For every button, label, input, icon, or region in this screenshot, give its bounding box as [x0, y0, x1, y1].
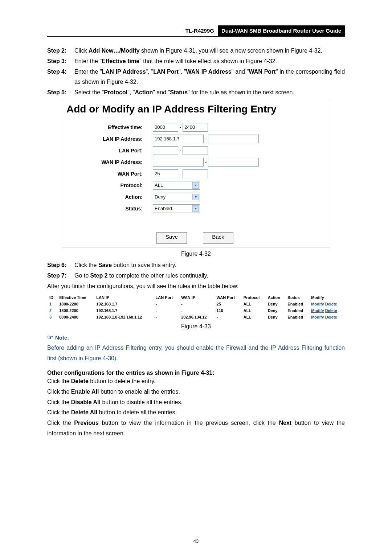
delete-link[interactable]: Delete [325, 302, 337, 306]
save-button[interactable]: Save [156, 232, 187, 244]
form-figure: Add or Modify an IP Address Filtering En… [62, 101, 330, 248]
cell-lan-ip: 192.168.1.7 [94, 307, 153, 314]
step-2-label: Step 2: [47, 46, 71, 56]
cell-time: 1800-2200 [57, 307, 94, 314]
lan-ip-from-input[interactable]: 192.168.1.7 [153, 135, 204, 143]
text: button to view the information in the pr… [99, 420, 279, 426]
text: button to save this entry. [112, 262, 176, 268]
protocol-value: ALL [155, 181, 163, 189]
label-lan-port: LAN Port: [69, 148, 153, 153]
text: button to disable all the entries. [101, 399, 183, 405]
text: to complete the other rules continually. [108, 272, 208, 279]
text-bold: Add New…/Modify [89, 48, 139, 54]
text: Click [74, 48, 89, 54]
cell-action: Deny [266, 307, 286, 314]
text: button to delete all the entries. [97, 409, 177, 415]
step-6-label: Step 6: [47, 260, 71, 271]
cell-wan-port: 25 [215, 301, 241, 307]
step-5-label: Step 5: [47, 87, 71, 98]
row-status: Status: Enabled ▾ [62, 203, 330, 214]
dash: - [180, 148, 181, 153]
row-wan-port: WAN Port: 25 - [62, 168, 330, 180]
modify-link[interactable]: Modify [311, 302, 324, 306]
wan-port-from-input[interactable]: 25 [153, 169, 178, 178]
lan-port-from-input[interactable] [153, 146, 178, 155]
other-line-4: Click the Delete All button to delete al… [47, 407, 345, 418]
modify-link[interactable]: Modify [311, 308, 324, 313]
text-bold: Step 2 [90, 272, 108, 279]
cell-lan-port: - [154, 301, 179, 307]
label-lan-ip: LAN IP Address: [69, 136, 153, 142]
text-bold: WAN IP Address [186, 69, 232, 75]
text-bold: Delete All [71, 409, 97, 415]
form-button-row: Save Back [62, 221, 330, 247]
step-5: Step 5: Select the "Protocol", "Action" … [47, 87, 345, 98]
cell-action: Deny [266, 301, 286, 307]
th-action: Action [266, 294, 286, 301]
text-bold: WAN Port [249, 69, 275, 75]
note-label: Note: [55, 335, 69, 341]
wan-port-to-input[interactable] [183, 169, 208, 178]
cell-id: 3 [47, 314, 57, 320]
back-button[interactable]: Back [203, 232, 233, 244]
cell-lan-port: - [154, 307, 179, 314]
table-row: 1 1800-2200 192.168.1.7 - - 25 ALL Deny … [47, 301, 345, 307]
modify-link[interactable]: Modify [311, 315, 324, 319]
page-number: 43 [0, 538, 392, 544]
text: Click the [47, 378, 71, 384]
th-modify: Modify [309, 294, 345, 301]
text-bold: Previous [74, 420, 99, 426]
text: " and " [153, 89, 170, 95]
dash: - [205, 136, 207, 141]
cell-action: Deny [266, 314, 286, 320]
text: shown in Figure 4-31, you will see a new… [140, 48, 322, 54]
text-bold: Protocol [104, 89, 127, 95]
label-wan-port: WAN Port: [69, 171, 153, 177]
text-bold: Disable All [71, 399, 101, 405]
cell-wan-ip: - [179, 307, 214, 314]
lan-port-to-input[interactable] [183, 146, 208, 155]
other-line-2: Click the Enable All button to enable al… [47, 387, 345, 397]
cell-status: Enabled [285, 307, 309, 314]
wan-ip-to-input[interactable] [208, 158, 259, 167]
row-lan-port: LAN Port: - [62, 145, 330, 156]
note-text: Before adding an IP Address Filtering en… [47, 343, 345, 364]
delete-link[interactable]: Delete [325, 315, 337, 319]
chevron-down-icon: ▾ [192, 205, 199, 212]
row-wan-ip: WAN IP Address: - [62, 156, 330, 168]
dash: - [205, 159, 207, 165]
text: button to delete the entry. [89, 378, 156, 384]
delete-link[interactable]: Delete [325, 308, 337, 313]
step-2: Step 2: Click Add New…/Modify shown in F… [47, 46, 345, 56]
text: Click the [47, 420, 74, 426]
text: Select the " [74, 89, 104, 95]
action-value: Deny [155, 193, 166, 201]
cell-modify: Modify Delete [309, 314, 345, 320]
chevron-down-icon: ▾ [192, 194, 199, 200]
lan-ip-to-input[interactable] [208, 135, 259, 143]
text-bold: Delete [71, 378, 89, 384]
dash: - [180, 171, 181, 176]
text: Click the [47, 389, 71, 395]
text: ", " [127, 89, 135, 95]
action-select[interactable]: Deny ▾ [153, 193, 200, 201]
cell-lan-port: - [154, 314, 179, 320]
cell-modify: Modify Delete [309, 307, 345, 314]
wan-ip-from-input[interactable] [153, 158, 204, 167]
note-header: ☞ Note: [47, 333, 345, 341]
row-protocol: Protocol: ALL ▾ [62, 180, 330, 191]
cell-wan-port: - [215, 314, 241, 320]
effective-time-from-input[interactable]: 0000 [153, 123, 178, 132]
th-protocol: Protocol [241, 294, 266, 301]
status-select[interactable]: Enabled ▾ [153, 204, 200, 213]
other-line-5: Click the Previous button to view the in… [47, 418, 345, 439]
cell-status: Enabled [285, 314, 309, 320]
step-7-label: Step 7: [47, 271, 71, 281]
chevron-down-icon: ▾ [192, 182, 199, 189]
th-status: Status [285, 294, 309, 301]
cell-protocol: ALL [241, 307, 266, 314]
text: ", " [179, 69, 186, 75]
protocol-select[interactable]: ALL ▾ [153, 181, 200, 190]
text: " and " [232, 69, 249, 75]
effective-time-to-input[interactable]: 2400 [183, 123, 208, 132]
